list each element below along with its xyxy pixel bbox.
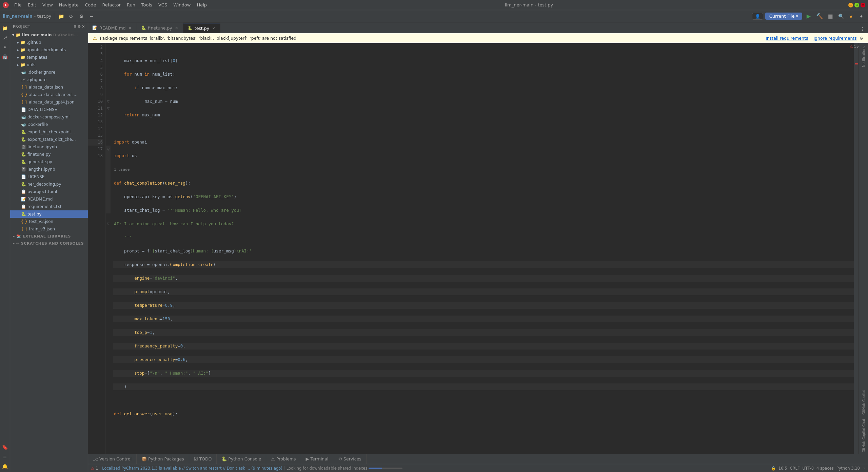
menu-code[interactable]: Code	[82, 2, 99, 8]
notification-link[interactable]: Localized PyCharm 2023.1.3 is available …	[102, 466, 282, 471]
tree-item-github[interactable]: ▸ 📁 .github	[10, 39, 88, 46]
menu-help[interactable]: Help	[194, 2, 210, 8]
tree-item-requirements[interactable]: 📋 requirements.txt	[10, 203, 88, 210]
menu-view[interactable]: View	[40, 2, 56, 8]
folder-icon[interactable]: 📁	[57, 12, 65, 20]
line-ending[interactable]: CRLF	[790, 466, 800, 471]
tree-item-test-py[interactable]: 🐍 test.py	[10, 210, 88, 218]
current-file-label: Current File	[769, 14, 795, 19]
code-editor[interactable]: max_num = num_list[0] for num in num_lis…	[111, 43, 854, 454]
tree-item-dockerfile[interactable]: 🐋 Dockerfile	[10, 121, 88, 128]
bottom-tab-version-control[interactable]: ⎇ Version Control	[88, 454, 137, 464]
menu-window[interactable]: Window	[171, 2, 193, 8]
python-version[interactable]: Python 3.10	[836, 466, 860, 471]
tab-finetune[interactable]: 🐍 finetune.py ✕	[137, 23, 183, 33]
menu-navigate[interactable]: Navigate	[56, 2, 81, 8]
minus-icon[interactable]: −	[87, 12, 96, 20]
tree-item-lengths-ipynb[interactable]: 📓 lengths.ipynb	[10, 166, 88, 173]
tree-item-finetune-py[interactable]: 🐍 finetune.py	[10, 151, 88, 158]
tab-close-test[interactable]: ✕	[211, 26, 216, 31]
tree-item-pyproject[interactable]: 📋 pyproject.toml	[10, 188, 88, 195]
tree-root[interactable]: ▾ 📁 llm_ner-main D:\OneDri...	[10, 31, 88, 39]
close-button[interactable]: ×	[861, 3, 865, 7]
tree-item-dockerignore[interactable]: 🐋 .dockerignore	[10, 69, 88, 76]
tree-item-data-license[interactable]: 📄 DATA_LICENSE	[10, 106, 88, 113]
tree-item-alpaca-json[interactable]: { } alpaca_data.json	[10, 83, 88, 91]
tab-label: test.py	[195, 26, 209, 31]
menu-file[interactable]: File	[12, 2, 24, 8]
tree-item-export-hf[interactable]: 🐍 export_hf_checkpoint...	[10, 128, 88, 136]
current-file-button[interactable]: Current File ▾	[765, 13, 802, 20]
copilot-sidebar: Notifications GitHub Copilot GitHub Copi…	[859, 43, 868, 454]
github-copilot-chat-icon[interactable]: GitHub Copilot Chat	[860, 417, 868, 454]
sync-icon[interactable]: ⟳	[67, 12, 75, 20]
install-requirements-link[interactable]: Install requirements	[766, 36, 808, 41]
build-button[interactable]: 🔨	[815, 12, 824, 21]
tree-item-finetune-ipynb[interactable]: 📓 finetune.ipynb	[10, 143, 88, 151]
tree-section-scratches[interactable]: ▸ ✏ Scratches and Consoles	[10, 240, 88, 247]
github-copilot-icon[interactable]: GitHub Copilot	[860, 389, 868, 416]
bottom-tab-services[interactable]: ⚙ Services	[333, 454, 366, 464]
bottom-tab-python-packages[interactable]: 📦 Python Packages	[137, 454, 189, 464]
tree-item-gitignore[interactable]: ⎇ .gitignore	[10, 76, 88, 83]
tree-item-license[interactable]: 📄 LICENSE	[10, 173, 88, 181]
project-collapse-icon[interactable]: ⊟	[74, 24, 77, 29]
tree-item-alpaca-cleaned[interactable]: { } alpaca_data_cleaned_...	[10, 91, 88, 98]
bottom-tab-todo[interactable]: ☑ TODO	[189, 454, 217, 464]
activity-structure[interactable]: ≡	[1, 452, 9, 461]
maximize-button[interactable]: □	[854, 3, 859, 7]
tree-item-ner-decoding[interactable]: 🐍 ner_decoding.py	[10, 181, 88, 188]
activity-vcs[interactable]: ⎇	[1, 33, 9, 42]
indent-info[interactable]: 4 spaces	[816, 466, 834, 471]
activity-notifications[interactable]: 🔔	[1, 462, 9, 471]
vcs-icon: ⎇	[93, 456, 98, 461]
activity-project[interactable]: 📁	[1, 24, 9, 33]
bottom-tab-problems[interactable]: ⚠ Problems	[266, 454, 301, 464]
minimize-button[interactable]: —	[848, 3, 853, 7]
tree-item-docker-compose[interactable]: 🐋 docker-compose.yml	[10, 113, 88, 121]
tab-close-finetune[interactable]: ✕	[174, 25, 179, 30]
activity-copilot[interactable]: ✦	[1, 43, 9, 52]
ignore-requirements-link[interactable]: Ignore requirements	[813, 36, 856, 41]
tab-readme[interactable]: 📝 README.md ✕	[88, 23, 137, 33]
activity-ai[interactable]: 🤖	[1, 52, 9, 61]
tree-item-readme[interactable]: 📝 README.md	[10, 195, 88, 203]
tree-item-export-state[interactable]: 🐍 export_state_dict_che...	[10, 136, 88, 143]
notifications-panel-icon[interactable]: Notifications	[860, 44, 868, 69]
cursor-position[interactable]: 16:5	[778, 466, 787, 471]
tab-close-readme[interactable]: ✕	[128, 25, 133, 30]
tree-item-templates[interactable]: ▸ 📁 templates	[10, 54, 88, 61]
tab-test[interactable]: 🐍 test.py ✕	[183, 23, 220, 33]
bookmark-icon[interactable]: ★	[847, 12, 855, 20]
tree-item-ipynb[interactable]: ▸ 📁 .ipynb_checkpoints	[10, 46, 88, 54]
bottom-tab-terminal[interactable]: ▶ Terminal	[301, 454, 334, 464]
project-label: Project	[13, 24, 30, 29]
tree-item-generate[interactable]: 🐍 generate.py	[10, 158, 88, 166]
tree-item-train-v3[interactable]: { } train_v3.json	[10, 225, 88, 233]
tree-item-alpaca-gpt4[interactable]: { } alpaca_data_gpt4.json	[10, 98, 88, 106]
tabs-menu-icon[interactable]: ⋮	[859, 25, 867, 33]
menu-tools[interactable]: Tools	[139, 2, 155, 8]
project-close-icon[interactable]: ✕	[82, 24, 85, 29]
project-settings-icon[interactable]: ⚙	[78, 24, 81, 29]
bottom-tab-python-console[interactable]: 🐍 Python Console	[217, 454, 266, 464]
user-account[interactable]: 👤	[752, 13, 763, 20]
lock-icon[interactable]: 🔒	[771, 466, 776, 471]
activity-bookmarks[interactable]: 🔖	[1, 443, 9, 452]
menu-refactor[interactable]: Refactor	[99, 2, 123, 8]
run-button[interactable]: ▶	[804, 12, 813, 21]
error-number: 1	[854, 44, 856, 49]
search-everywhere-icon[interactable]: 🔍	[837, 12, 845, 20]
tree-item-test-v3[interactable]: { } test_v3.json	[10, 218, 88, 225]
banner-settings-icon[interactable]: ⚙	[860, 36, 863, 41]
tree-section-external[interactable]: ▸ 📚 External Libraries	[10, 233, 88, 240]
menu-vcs[interactable]: VCS	[156, 2, 170, 8]
tree-item-utils[interactable]: ▸ 📁 utils	[10, 61, 88, 69]
stop-button[interactable]: ■	[826, 12, 835, 21]
warning-indicator[interactable]: ⚠ 1	[91, 466, 98, 471]
encoding[interactable]: UTF-8	[803, 466, 814, 471]
copilot-icon[interactable]: ✦	[857, 12, 865, 20]
menu-run[interactable]: Run	[124, 2, 138, 8]
settings-icon[interactable]: ⚙	[77, 12, 85, 20]
menu-edit[interactable]: Edit	[25, 2, 39, 8]
